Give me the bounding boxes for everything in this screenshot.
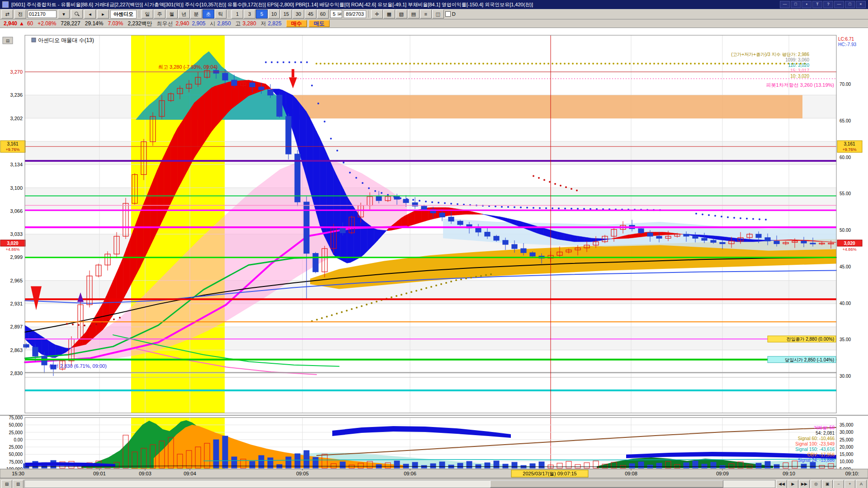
chart-canvas[interactable]: ▤아센디오 매물대 수(13)최고 3,280 (-7.93%, 09:04)최…: [0, 28, 868, 478]
scrollbar-left-icon-1[interactable]: ▥: [13, 480, 24, 488]
price-change: 60: [27, 20, 33, 27]
interval-button-5[interactable]: 5: [256, 9, 268, 19]
best-label: 최우선: [156, 20, 173, 28]
prev-stock-button[interactable]: ◂: [84, 9, 96, 19]
indicator-dot-2: [545, 207, 547, 209]
scrollbar-nav-icon-2[interactable]: ▶▶: [799, 480, 810, 488]
indicator-dot-6: [361, 305, 363, 307]
window-control-icon-1[interactable]: □: [791, 1, 801, 8]
period-button-년[interactable]: 년: [178, 9, 190, 19]
interval-button-1[interactable]: 1: [231, 9, 243, 19]
scrollbar-nav-icon-1[interactable]: ▶: [788, 480, 798, 488]
window-control-icon-0[interactable]: —: [780, 1, 790, 8]
volume-bar: [439, 462, 445, 468]
stock-search-button[interactable]: [71, 9, 83, 19]
ma-ribbon: [249, 80, 252, 96]
indicator-dot-0: [470, 63, 472, 65]
price-axis-label: 3,270: [10, 69, 23, 75]
d-checkbox[interactable]: [445, 11, 451, 17]
ma-ribbon: [669, 233, 673, 235]
spinner-arrows-icon[interactable]: ▴▾: [338, 12, 342, 16]
tool-icon-button-4[interactable]: ≡: [420, 9, 432, 19]
indicator-dot-4: [549, 181, 551, 183]
indicator-dot-0: [381, 63, 382, 65]
ma-ribbon: [808, 240, 812, 241]
scrollbar-zoom-icon-0[interactable]: ◎: [811, 480, 821, 488]
all-markets-button[interactable]: 전: [14, 9, 26, 19]
scrollbar-nav-icon-0[interactable]: ◀◀: [776, 480, 787, 488]
sell-button[interactable]: 매도: [309, 20, 330, 27]
window-control-icon-5[interactable]: —: [834, 1, 844, 8]
indicator-dot-0: [389, 63, 391, 65]
ma-ribbon: [411, 211, 415, 225]
ma-ribbon: [581, 237, 585, 242]
tool-icon-button-5[interactable]: ◫: [432, 9, 444, 19]
tool-icon-button-3[interactable]: ▤: [408, 9, 420, 19]
interval-button-3[interactable]: 3: [244, 9, 255, 19]
scrollbar-zoom-icon-4[interactable]: A: [856, 480, 867, 488]
indicator-dot-2: [450, 203, 452, 205]
interval-button-10[interactable]: 10: [268, 9, 280, 19]
ma-ribbon: [707, 235, 710, 239]
swap-stock-button[interactable]: ⇄: [1, 9, 13, 19]
tool-icon-button-1[interactable]: ▦: [383, 9, 395, 19]
indicator-dot-0: [759, 63, 761, 65]
buy-button[interactable]: 매수: [286, 20, 307, 27]
indicator-dot-0: [633, 63, 635, 65]
ma-ribbon: [130, 230, 134, 286]
indicator-dot-6: [460, 278, 462, 280]
tool-icon-button-0[interactable]: ✛: [371, 9, 383, 19]
period-button-주[interactable]: 주: [154, 9, 165, 19]
candle-body: [693, 236, 698, 239]
ma-ribbon: [625, 235, 629, 239]
indicator-dot-5: [66, 323, 68, 325]
interval-button-15[interactable]: 15: [280, 9, 292, 19]
ma-ribbon: [598, 239, 602, 241]
current-price-pct: +4.86%: [843, 247, 857, 252]
indicator-dot-0: [442, 63, 443, 65]
scrollbar-zoom-icon-3[interactable]: +: [844, 480, 855, 488]
scrollbar-left-icon-0[interactable]: ▤: [1, 480, 12, 488]
window-control-icon-4[interactable]: ?: [823, 1, 833, 8]
interval-button-60[interactable]: 60: [317, 9, 329, 19]
candle-body: [24, 344, 29, 347]
interval-button-45[interactable]: 45: [305, 9, 316, 19]
window-control-icon-3[interactable]: T: [812, 1, 822, 8]
indicator-dot-0: [576, 63, 578, 65]
window-control-icon-7[interactable]: ×: [856, 1, 866, 8]
interval-button-30[interactable]: 30: [292, 9, 304, 19]
scrollbar-track[interactable]: [24, 480, 775, 488]
app-icon: [2, 1, 9, 8]
stock-code-input[interactable]: [28, 10, 57, 18]
candle-body: [403, 199, 409, 203]
indicator-dot-0: [393, 63, 395, 65]
titlebar[interactable]: [0601] 주식종합차트 - 유통비율[88.6] 거래대금[2,227(백만…: [0, 0, 868, 9]
scrollbar-zoom-icon-2[interactable]: −: [833, 480, 844, 488]
ma-ribbon: [656, 232, 659, 236]
period-button-초[interactable]: 초: [203, 9, 214, 19]
scrollbar-zoom-icon-1[interactable]: ▣: [822, 480, 833, 488]
volume-bar: [638, 462, 644, 468]
indicator-dot-0: [657, 63, 659, 65]
indicator-dot-0: [344, 63, 346, 65]
period-button-분[interactable]: 분: [190, 9, 202, 19]
tool-icon-button-2[interactable]: ▧: [396, 9, 407, 19]
next-stock-button[interactable]: ▸: [97, 9, 109, 19]
period-button-일[interactable]: 일: [142, 9, 153, 19]
volume-bar: [430, 464, 436, 468]
ma-ribbon: [567, 234, 571, 241]
window-control-icon-2[interactable]: ▪: [802, 1, 811, 8]
code-dropdown-button[interactable]: ▾: [58, 9, 70, 19]
indicator-dot-0: [779, 63, 781, 65]
window-control-icon-6[interactable]: □: [845, 1, 855, 8]
lower-left-axis-label: 50,000: [9, 452, 23, 457]
indicator-dot-6: [425, 287, 427, 289]
interval-spinner[interactable]: 5 ▴▾: [330, 10, 342, 18]
period-button-월[interactable]: 월: [166, 9, 178, 19]
indicator-dot-0: [450, 63, 452, 65]
period-button-틱[interactable]: 틱: [215, 9, 226, 19]
candle-body: [421, 206, 427, 210]
indicator-dot-2: [425, 201, 427, 202]
ma-ribbon: [561, 232, 564, 240]
scrollbar-thumb[interactable]: [490, 480, 723, 488]
